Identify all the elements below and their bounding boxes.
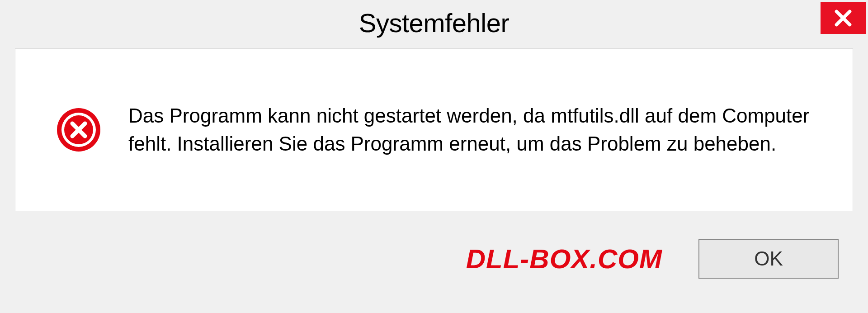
- content-panel: Das Programm kann nicht gestartet werden…: [15, 48, 853, 211]
- error-icon: [56, 107, 101, 152]
- dialog-title: Systemfehler: [359, 8, 509, 38]
- ok-button[interactable]: OK: [698, 239, 839, 279]
- error-dialog: Systemfehler Das Programm kann nicht ges…: [2, 2, 866, 311]
- close-icon: [833, 8, 853, 28]
- dialog-footer: DLL-BOX.COM OK: [2, 220, 866, 311]
- watermark-text: DLL-BOX.COM: [466, 243, 662, 275]
- error-message: Das Programm kann nicht gestartet werden…: [128, 102, 826, 157]
- close-button[interactable]: [821, 2, 866, 34]
- titlebar: Systemfehler: [2, 2, 866, 43]
